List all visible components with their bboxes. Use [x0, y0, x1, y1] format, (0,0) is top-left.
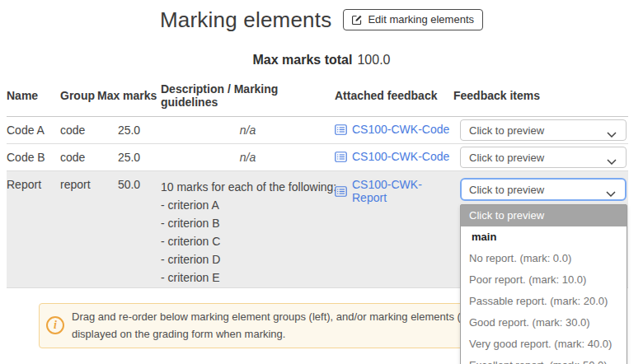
cell-feedback-items: Click to preview	[453, 144, 628, 171]
marking-elements-table: Name Group Max marks Description / Marki…	[7, 81, 628, 288]
feedback-items-select-open[interactable]: Click to preview Click to preview main N…	[460, 178, 627, 201]
attached-feedback-link[interactable]: CS100-CWK-Code	[335, 123, 449, 136]
table-row: Report report 50.0 10 marks for each of …	[7, 171, 628, 288]
cell-group: code	[60, 144, 97, 171]
menu-item[interactable]: No report. (mark: 0.0)	[461, 248, 627, 269]
feedback-items-select[interactable]: Click to preview	[460, 119, 627, 141]
pencil-square-icon	[351, 14, 363, 26]
description-line: - criterion B	[161, 214, 335, 232]
cell-name: Code B	[7, 144, 60, 171]
select-value: Click to preview	[461, 124, 626, 137]
chevron-down-icon	[606, 187, 616, 199]
menu-item[interactable]: Excellent report. (mark: 50.0)	[461, 355, 627, 364]
attached-feedback-link[interactable]: CS100-CWK-Report	[335, 178, 453, 204]
description-line: 10 marks for each of the following:	[161, 178, 335, 196]
attached-feedback-link[interactable]: CS100-CWK-Code	[335, 150, 449, 163]
menu-item[interactable]: Very good report. (mark: 40.0)	[461, 334, 627, 355]
cell-max-marks: 50.0	[97, 171, 161, 288]
cell-description: n/a	[161, 117, 335, 144]
select-value: Click to preview	[461, 152, 626, 164]
column-header-group: Group	[60, 81, 97, 117]
column-header-name: Name	[7, 81, 60, 117]
column-header-description: Description / Marking guidelines	[161, 81, 335, 117]
chevron-down-icon	[607, 128, 617, 140]
max-marks-total-label: Max marks total	[253, 53, 353, 67]
cell-feedback-items: Click to preview	[453, 117, 628, 144]
menu-group-label: main	[461, 226, 627, 248]
max-marks-total: Max marks total100.0	[0, 53, 643, 68]
cell-max-marks: 25.0	[97, 117, 161, 144]
column-header-max-marks: Max marks	[97, 81, 161, 117]
menu-item[interactable]: Passable report. (mark: 20.0)	[461, 291, 627, 312]
cell-attached-feedback: CS100-CWK-Code	[335, 144, 453, 171]
chevron-down-icon	[607, 155, 617, 167]
feedback-items-select[interactable]: Click to preview	[460, 147, 627, 168]
cell-description: 10 marks for each of the following: - cr…	[161, 171, 335, 288]
select-value: Click to preview	[462, 184, 625, 196]
info-circle-icon: i	[46, 316, 64, 334]
feedback-items-dropdown-menu: Click to preview main No report. (mark: …	[460, 204, 627, 364]
column-header-attached-feedback: Attached feedback	[335, 81, 453, 117]
menu-item[interactable]: Good report. (mark: 30.0)	[461, 312, 627, 334]
cell-name: Code A	[7, 117, 60, 144]
cell-description: n/a	[161, 144, 335, 171]
attached-feedback-label: CS100-CWK-Code	[352, 150, 449, 163]
cell-name: Report	[7, 171, 60, 288]
table-header-row: Name Group Max marks Description / Marki…	[7, 81, 628, 117]
description-line: - criterion D	[161, 250, 335, 268]
page-header: Marking elements Edit marking elements	[0, 7, 643, 33]
page-title: Marking elements	[160, 7, 331, 33]
table-row: Code B code 25.0 n/a	[7, 144, 628, 171]
document-icon	[335, 152, 347, 162]
cell-max-marks: 25.0	[97, 144, 161, 171]
menu-item-click-to-preview[interactable]: Click to preview	[461, 205, 627, 226]
description-line: - criterion C	[161, 232, 335, 250]
cell-feedback-items: Click to preview Click to preview main N…	[453, 171, 628, 288]
attached-feedback-label: CS100-CWK-Code	[352, 123, 449, 136]
description-line: - criterion A	[161, 196, 335, 214]
cell-attached-feedback: CS100-CWK-Code	[335, 117, 453, 144]
attached-feedback-label: CS100-CWK-Report	[352, 178, 453, 204]
edit-button-label: Edit marking elements	[368, 13, 474, 26]
cell-group: code	[60, 117, 97, 144]
description-line: - criterion E	[161, 268, 335, 287]
cell-group: report	[60, 171, 97, 288]
document-icon	[335, 186, 347, 197]
max-marks-total-value: 100.0	[357, 53, 390, 67]
column-header-feedback-items: Feedback items	[453, 81, 628, 117]
cell-attached-feedback: CS100-CWK-Report	[335, 171, 453, 288]
menu-item[interactable]: Poor report. (mark: 10.0)	[461, 269, 627, 291]
edit-marking-elements-button[interactable]: Edit marking elements	[343, 9, 483, 30]
table-row: Code A code 25.0 n/a	[7, 117, 628, 144]
document-icon	[335, 124, 347, 135]
